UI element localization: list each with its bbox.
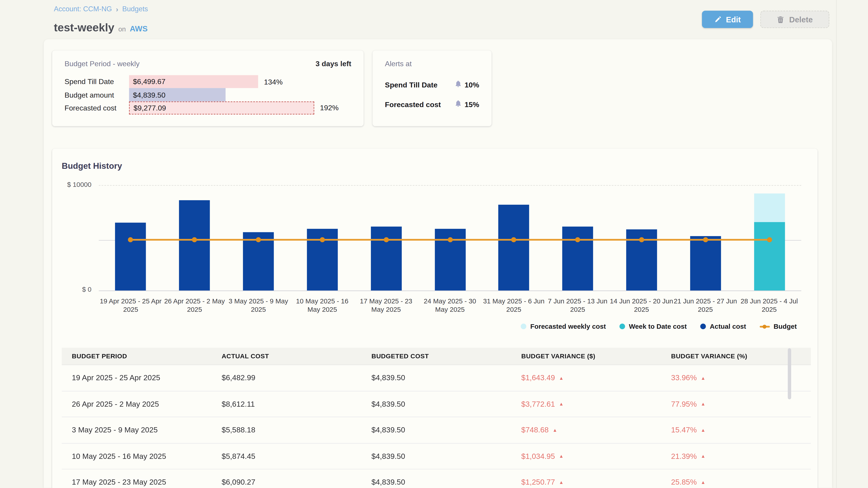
cloud-provider-label: AWS bbox=[130, 24, 148, 33]
breadcrumb-account-link[interactable]: Account: CCM-NG bbox=[54, 5, 112, 13]
budget-period-rows: Spend Till Date$6,499.67134%Budget amoun… bbox=[64, 75, 351, 115]
trend-up-icon: ▲ bbox=[701, 427, 706, 433]
cell-budget-variance-usd: $748.68▲ bbox=[511, 426, 661, 434]
table-header-cell: BUDGETED COST bbox=[362, 353, 511, 359]
budget-line-point bbox=[639, 237, 644, 242]
cell-budget-variance-usd: $3,772.61▲ bbox=[511, 400, 661, 408]
alert-row-label: Forecasted cost bbox=[385, 100, 441, 108]
x-axis-label: 31 May 2025 - 6 Jun 2025 bbox=[482, 297, 546, 314]
budget-period-bar-spend: $6,499.67 bbox=[129, 75, 258, 88]
chevron-right-icon: › bbox=[116, 5, 119, 13]
budget-history-chart bbox=[99, 185, 801, 291]
legend-item-label: Budget bbox=[774, 322, 797, 330]
budget-period-card: Budget Period - weekly 3 days left Spend… bbox=[52, 51, 364, 126]
cell-budget-variance-pct: 25.85%▲ bbox=[661, 478, 811, 486]
budget-period-row-label: Spend Till Date bbox=[64, 75, 129, 88]
title-on-label: on bbox=[118, 25, 126, 33]
trend-up-icon: ▲ bbox=[559, 375, 564, 381]
days-left-label: 3 days left bbox=[315, 59, 351, 68]
cell-budgeted-cost: $4,839.50 bbox=[362, 374, 511, 382]
actual-cost-bar bbox=[690, 236, 721, 290]
budget-period-row-percent: 134% bbox=[264, 77, 283, 86]
cell-budget-period: 26 Apr 2025 - 2 May 2025 bbox=[62, 400, 212, 408]
table-scrollbar-thumb[interactable] bbox=[788, 348, 791, 399]
budget-period-card-title: Budget Period - weekly bbox=[64, 59, 140, 68]
legend-item[interactable]: Budget bbox=[760, 322, 797, 330]
alert-row: Spend Till Date10% bbox=[385, 76, 479, 94]
x-axis-label: 3 May 2025 - 9 May 2025 bbox=[226, 297, 290, 314]
budget-period-row: Budget amount$4,839.50 bbox=[64, 88, 351, 101]
x-axis-label: 19 Apr 2025 - 25 Apr 2025 bbox=[99, 297, 162, 314]
trend-up-icon: ▲ bbox=[701, 453, 706, 459]
budget-period-row-percent: 192% bbox=[320, 104, 339, 112]
trend-up-icon: ▲ bbox=[701, 375, 706, 381]
budget-line-point bbox=[703, 237, 708, 242]
page-title: test-weekly bbox=[54, 21, 114, 34]
budget-period-row-value: $9,277.09 bbox=[129, 104, 166, 112]
alert-row-value: 15% bbox=[465, 100, 479, 108]
trend-up-icon: ▲ bbox=[701, 401, 706, 407]
trend-up-icon: ▲ bbox=[559, 480, 564, 485]
edit-button[interactable]: Edit bbox=[702, 11, 753, 28]
table-body: 19 Apr 2025 - 25 Apr 2025$6,482.99$4,839… bbox=[62, 365, 811, 488]
delete-button[interactable]: Delete bbox=[761, 11, 829, 28]
y-axis-tick-max: $ 10000 bbox=[62, 181, 92, 188]
alert-row-label: Spend Till Date bbox=[385, 80, 438, 89]
actual-cost-bar bbox=[371, 227, 402, 291]
cell-actual-cost: $6,090.27 bbox=[212, 478, 362, 486]
legend-item-label: Forecasted weekly cost bbox=[530, 322, 606, 330]
legend-dot-icon bbox=[521, 324, 526, 329]
breadcrumb: Account: CCM-NG › Budgets bbox=[54, 5, 148, 13]
alerts-card-title: Alerts at bbox=[385, 59, 412, 68]
table-row: 3 May 2025 - 9 May 2025$5,588.18$4,839.5… bbox=[62, 417, 811, 443]
budget-line-point bbox=[767, 237, 772, 242]
x-axis-label: 17 May 2025 - 23 May 2025 bbox=[354, 297, 418, 314]
actual-cost-bar bbox=[498, 204, 529, 291]
page-title-row: test-weekly on AWS bbox=[54, 21, 148, 34]
bell-icon bbox=[455, 79, 462, 90]
trash-icon bbox=[777, 15, 785, 23]
cell-budgeted-cost: $4,839.50 bbox=[362, 452, 511, 460]
forecasted-weekly-cost-bar bbox=[754, 193, 785, 222]
edit-button-label: Edit bbox=[726, 15, 741, 24]
budget-detail-page: Account: CCM-NG › Budgets test-weekly on… bbox=[0, 0, 868, 488]
x-axis-label: 10 May 2025 - 16 May 2025 bbox=[290, 297, 354, 314]
budget-period-row-label: Forecasted cost bbox=[64, 101, 129, 115]
bell-icon bbox=[455, 99, 462, 109]
cell-budget-variance-pct: 15.47%▲ bbox=[661, 426, 811, 434]
table-row: 19 Apr 2025 - 25 Apr 2025$6,482.99$4,839… bbox=[62, 365, 811, 391]
budget-period-bar-track: $6,499.67134% bbox=[129, 75, 351, 88]
legend-item[interactable]: Actual cost bbox=[700, 322, 746, 330]
budget-period-row-value: $4,839.50 bbox=[129, 91, 165, 99]
legend-item[interactable]: Week to Date cost bbox=[619, 322, 687, 330]
budget-line-point bbox=[320, 237, 325, 242]
y-axis-tick-zero: $ 0 bbox=[62, 285, 92, 293]
alerts-rows: Spend Till Date10%Forecasted cost15% bbox=[385, 76, 479, 113]
x-axis-label: 28 Jun 2025 - 4 Jul 2025 bbox=[737, 297, 801, 314]
cell-budgeted-cost: $4,839.50 bbox=[362, 426, 511, 434]
breadcrumb-budgets-link[interactable]: Budgets bbox=[122, 5, 148, 13]
cell-budgeted-cost: $4,839.50 bbox=[362, 478, 511, 486]
budget-period-row-value: $6,499.67 bbox=[129, 77, 165, 86]
budget-history-title: Budget History bbox=[62, 161, 122, 170]
legend-item[interactable]: Forecasted weekly cost bbox=[521, 322, 606, 330]
alert-row: Forecasted cost15% bbox=[385, 95, 479, 113]
chart-legend: Forecasted weekly costWeek to Date costA… bbox=[521, 322, 797, 330]
budget-period-row-label: Budget amount bbox=[64, 88, 129, 101]
actual-cost-bar bbox=[115, 223, 146, 291]
table-header-cell: BUDGET VARIANCE ($) bbox=[511, 353, 661, 359]
table-row: 26 Apr 2025 - 2 May 2025$8,612.11$4,839.… bbox=[62, 391, 811, 417]
page-scrollbar-track[interactable] bbox=[836, 0, 837, 488]
actual-cost-bar bbox=[562, 227, 593, 291]
alert-row-value: 10% bbox=[465, 80, 479, 89]
trend-up-icon: ▲ bbox=[559, 453, 564, 459]
budget-period-bar-track: $9,277.09192% bbox=[129, 101, 351, 115]
cell-budget-period: 3 May 2025 - 9 May 2025 bbox=[62, 426, 212, 434]
trend-up-icon: ▲ bbox=[701, 480, 706, 485]
legend-dot-icon bbox=[619, 324, 625, 329]
alert-row-threshold: 15% bbox=[455, 99, 479, 109]
week-to-date-cost-bar bbox=[754, 222, 785, 291]
legend-dot-icon bbox=[700, 324, 706, 329]
cell-budget-variance-pct: 77.95%▲ bbox=[661, 400, 811, 408]
x-axis-label: 26 Apr 2025 - 2 May 2025 bbox=[162, 297, 226, 314]
